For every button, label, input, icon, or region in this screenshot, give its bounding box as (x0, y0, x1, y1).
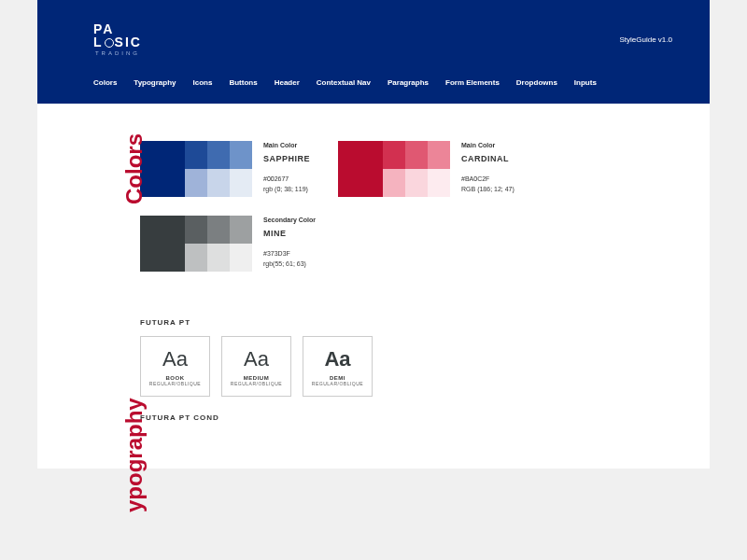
header: PA LSIC TRADING StyleGuide v1.0 Colors T… (37, 0, 710, 104)
logo-ring-icon (105, 38, 114, 48)
color-name: SAPPHIRE (263, 153, 310, 166)
main-nav: Colors Typography Icons Buttons Header C… (93, 78, 672, 87)
weight-sub: REGULAR/OBLIQUE (149, 381, 201, 386)
version-label: StyleGuide v1.0 (620, 35, 672, 44)
weight-sub: REGULAR/OBLIQUE (231, 381, 282, 386)
font-family-label-2: FUTURA PT COND (140, 413, 672, 422)
logo-subtitle: TRADING (93, 50, 142, 56)
color-name: MINE (263, 228, 316, 241)
nav-buttons[interactable]: Buttons (229, 78, 257, 87)
weight-book: Aa BOOK REGULAR/OBLIQUE (140, 336, 210, 397)
type-sample: Aa (244, 347, 269, 371)
section-label-typography: ypography (121, 398, 148, 512)
nav-paragraphs[interactable]: Paragraphs (388, 78, 429, 87)
weight-medium: Aa MEDIUM REGULAR/OBLIQUE (221, 336, 291, 397)
color-cardinal: Main Color CARDINAL #BA0C2F RGB (186; 12… (338, 141, 514, 197)
nav-contextual[interactable]: Contextual Nav (317, 78, 371, 87)
color-role: Secondary Color (263, 216, 316, 226)
color-rgb: rgb(55; 61; 63) (263, 259, 316, 270)
swatch-mine (140, 216, 252, 272)
type-sample: Aa (324, 347, 350, 371)
nav-dropdowns[interactable]: Dropdowns (516, 78, 557, 87)
nav-typography[interactable]: Typography (134, 78, 176, 87)
color-rgb: rgb (0; 38; 119) (263, 185, 310, 195)
typography-section: FUTURA PT Aa BOOK REGULAR/OBLIQUE Aa MED… (140, 318, 672, 422)
color-hex: #BA0C2F (461, 175, 514, 185)
color-hex: #373D3F (263, 249, 316, 259)
nav-icons[interactable]: Icons (193, 78, 213, 87)
color-sapphire: Main Color SAPPHIRE #002677 rgb (0; 38; … (140, 141, 310, 197)
section-label-colors: Colors (121, 133, 148, 204)
content: Colors ypography Main Color (37, 104, 710, 469)
swatch-cardinal (338, 141, 450, 197)
nav-inputs[interactable]: Inputs (574, 78, 597, 87)
nav-form[interactable]: Form Elements (445, 78, 500, 87)
color-name: CARDINAL (461, 153, 514, 166)
color-rgb: RGB (186; 12; 47) (461, 185, 514, 195)
color-role: Main Color (461, 141, 514, 151)
type-sample: Aa (162, 347, 188, 371)
font-family-label: FUTURA PT (140, 318, 672, 327)
nav-colors[interactable]: Colors (93, 78, 117, 87)
color-hex: #002677 (263, 175, 310, 185)
logo: PA LSIC TRADING (93, 22, 142, 56)
color-role: Main Color (263, 141, 310, 151)
nav-header[interactable]: Header (275, 78, 300, 87)
color-mine: Secondary Color MINE #373D3F rgb(55; 61;… (140, 216, 316, 272)
weight-demi: Aa DEMI REGULAR/OBLIQUE (303, 336, 373, 397)
weight-sub: REGULAR/OBLIQUE (312, 381, 363, 386)
swatch-sapphire (140, 141, 252, 197)
logo-line1: PA (93, 22, 114, 35)
